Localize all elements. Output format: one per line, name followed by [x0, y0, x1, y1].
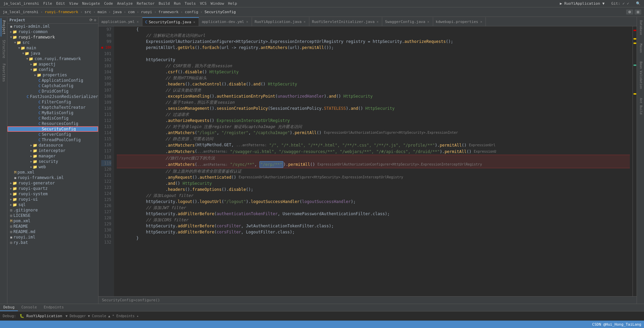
tree-item-main[interactable]: ▼ 📁 main — [7, 45, 98, 51]
line-98: // 注解标记允许匿名访问的url — [117, 32, 630, 39]
line-107: // 认证失败处理类 — [117, 87, 630, 93]
tab-close-icon[interactable]: × — [303, 20, 306, 24]
tree-item-pom-root[interactable]: M pom.xml — [7, 218, 98, 224]
tree-item-RedisConfig[interactable]: C RedisConfig — [7, 116, 98, 121]
search-everywhere-icon[interactable]: 🔍 — [634, 1, 643, 6]
tree-item-datasource[interactable]: ▶ 📁 datasource — [7, 143, 98, 148]
menu-item-build[interactable]: Build — [157, 1, 172, 6]
tree-item-ruoyi-generator[interactable]: ▶ 📁 ruoyi-generator — [7, 180, 98, 186]
vtab-ant-build[interactable]: Ant Build — [638, 96, 643, 117]
settings-button[interactable]: ⚙ — [626, 9, 633, 15]
vtab-project[interactable]: Project — [1, 18, 6, 36]
menu-item-window[interactable]: Window — [208, 1, 226, 6]
folder-icon: 📁 — [29, 57, 33, 61]
tree-item-ruoyi-common[interactable]: ▶ 📁 ruoyi-common — [7, 29, 98, 34]
tree-item-java[interactable]: ▼ 📁 java — [7, 51, 98, 56]
tree-item-ruoyi-iml[interactable]: ◼ ruoyi.iml — [7, 234, 98, 240]
tree-item-gitignore[interactable]: ⊡ .gitignore — [7, 207, 98, 213]
settings-icon[interactable]: ⚙ — [94, 18, 96, 22]
code-editor[interactable]: 97 98 99 ● 100 101 102 103 104 105 106 1… — [99, 26, 637, 296]
tree-item-readme[interactable]: ⊡ README — [7, 224, 98, 229]
tree-item-FastJson2[interactable]: C FastJson2JsonRedisSerializer — [7, 94, 98, 99]
menu-item-analyze[interactable]: Analyze — [115, 1, 135, 6]
highlighted-erp: "/erp/**" — [259, 161, 283, 168]
tree-item-DruidConfig[interactable]: C DruidConfig — [7, 89, 98, 94]
menu-item-refactor[interactable]: Refactor — [135, 1, 157, 6]
tree-item-properties[interactable]: ▶ 📁 properties — [7, 72, 98, 78]
java-icon: C — [38, 132, 41, 137]
vtab-database[interactable]: Database — [638, 18, 643, 37]
menu-item-file[interactable]: File — [41, 1, 54, 6]
tree-item-ruoyi-system[interactable]: ▶ 📁 ruoyi-system — [7, 191, 98, 197]
tree-item-pom-framework[interactable]: M pom.xml — [7, 170, 98, 175]
tab-SwaggerConfig[interactable]: SwaggerConfig.java × — [382, 17, 433, 26]
menu-item-edit[interactable]: Edit — [54, 1, 67, 6]
tree-item-readme-md[interactable]: ⊡ README.md — [7, 229, 98, 234]
menu-item-run[interactable]: Run — [172, 1, 183, 6]
iml-icon: ◼ — [10, 24, 12, 29]
tree-item-ruoyi-framework[interactable]: ▼ 📁 ruoyi-framework — [7, 34, 98, 40]
sync-icon[interactable]: ⟳ — [89, 18, 92, 22]
menu-item-project[interactable]: ja_local_irenshi — [1, 1, 41, 6]
vtab-favorites[interactable]: Favorites — [1, 61, 6, 84]
tree-item-aspectj[interactable]: ▶ 📁 aspectj — [7, 61, 98, 67]
vtab-maven[interactable]: Maven — [638, 42, 643, 55]
menu-item-navigate[interactable]: Navigate — [80, 1, 102, 6]
tab-close-icon[interactable]: × — [193, 20, 196, 24]
code-content[interactable]: { // 注解标记允许匿名访问的url ExpressionUrlAuthori… — [114, 26, 633, 296]
vtab-bean-validation[interactable]: Bean Validation — [638, 59, 643, 91]
layout-button[interactable]: ⊞ — [635, 9, 641, 15]
tab-RuoYiServletInitializer[interactable]: RuoYiServletInitializer.java × — [309, 17, 382, 26]
tree-item-framework-iml[interactable]: ◼ ruoyi-framework.iml — [7, 175, 98, 180]
tab-close-icon[interactable]: × — [376, 20, 379, 24]
warning-mark-3 — [634, 93, 636, 95]
tree-item-SecurityConfig[interactable]: C SecurityConfig — [7, 126, 98, 132]
tree-item-ruoyi-quartz[interactable]: ▶ 📁 ruoyi-quartz — [7, 186, 98, 191]
tab-SecurityConfig[interactable]: C SecurityConfig.java × — [142, 17, 199, 26]
tree-item-license[interactable]: ⊡ LICENSE — [7, 213, 98, 218]
tree-item-manager[interactable]: ▶ 📁 manager — [7, 153, 98, 159]
tree-item-ry-bat[interactable]: ⊡ ry.bat — [7, 240, 98, 245]
menu-item-tools[interactable]: Tools — [183, 1, 198, 6]
menu-item-vcs[interactable]: VCS — [198, 1, 208, 6]
line-105: // 禁用HTTP响应标头 — [117, 75, 630, 81]
btab-debug[interactable]: Debug — [0, 304, 18, 311]
tree-item-src[interactable]: ▼ 📁 src — [7, 40, 98, 45]
tree-item-com-ruoyi-framework[interactable]: ▼ 📁 com.ruoyi.framework — [7, 56, 98, 61]
vtab-structure[interactable]: Structure — [1, 38, 6, 60]
tree-item-config[interactable]: ▼ 📁 config — [7, 67, 98, 72]
folder-icon: 📁 — [33, 62, 37, 67]
tree-item-MyBatisConfig[interactable]: C MyBatisConfig — [7, 110, 98, 116]
menu-item-code[interactable]: Code — [102, 1, 115, 6]
menu-item-view[interactable]: View — [67, 1, 80, 6]
tab-application-dev-yml[interactable]: application-dev.yml × — [199, 17, 252, 26]
tree-item-ruoyi-admin-iml[interactable]: ◼ ruoyi-admin.iml — [7, 24, 98, 29]
tree-item-web[interactable]: ▶ 📁 web — [7, 164, 98, 170]
breadcrumb-module: ruoyi-framework — [45, 10, 78, 14]
tab-close-icon[interactable]: × — [479, 20, 483, 24]
menu-item-help[interactable]: Help — [226, 1, 239, 6]
line-113: // 对于登录login 注册register 验证码captchaImage … — [117, 124, 630, 130]
tree-item-CaptchaConfig[interactable]: C CaptchaConfig — [7, 83, 98, 89]
tree-item-interceptor[interactable]: ▶ 📁 interceptor — [7, 148, 98, 153]
md-icon: ⊡ — [10, 230, 12, 234]
tree-item-ThreadPoolConfig[interactable]: C ThreadPoolConfig — [7, 137, 98, 143]
line-114: .antMatchers("/login", "/register", "/ca… — [117, 130, 630, 136]
tree-item-ApplicationConfig[interactable]: C ApplicationConfig — [7, 78, 98, 83]
tree-item-sql[interactable]: ▶ 📁 sql — [7, 202, 98, 207]
tree-item-ServerConfig[interactable]: C ServerConfig — [7, 132, 98, 137]
tree-item-security[interactable]: ▶ 📁 security — [7, 159, 98, 164]
tree-item-FilterConfig[interactable]: C FilterConfig — [7, 99, 98, 105]
tab-application-yml[interactable]: application.yml × — [99, 17, 142, 26]
btab-endpoints[interactable]: Endpoints — [40, 304, 67, 311]
tree-item-ResourcesConfig[interactable]: C ResourcesConfig — [7, 121, 98, 126]
tab-close-icon[interactable]: × — [427, 20, 430, 24]
breadcrumb-file: SecurityConfig — [204, 10, 236, 14]
tree-item-KaptchaTextCreator[interactable]: C KaptchaTextCreator — [7, 105, 98, 110]
tab-close-icon[interactable]: × — [136, 20, 139, 24]
tree-item-ruoyi-ui[interactable]: ▶ 📁 ruoyi-ui — [7, 197, 98, 202]
tab-RuoYiApplication[interactable]: RuoYiApplication.java × — [252, 17, 309, 26]
btab-console[interactable]: Console — [18, 304, 40, 311]
tab-close-icon[interactable]: × — [246, 20, 249, 24]
tab-kdwebapi-properties[interactable]: kdwebapi.properties × — [433, 17, 486, 26]
